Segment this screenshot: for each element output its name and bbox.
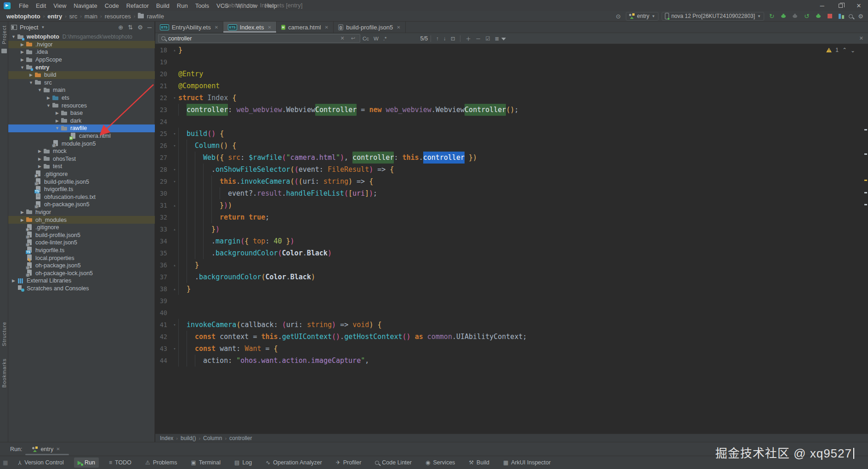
tree-row-resources[interactable]: ▼resources (8, 102, 155, 109)
tab-camera-html[interactable]: Hcamera.html✕ (277, 22, 334, 33)
close-tab-icon[interactable]: ✕ (397, 25, 400, 30)
breadcrumb-item-entry[interactable]: entry (46, 13, 63, 20)
chevron-right-icon[interactable]: ▶ (36, 164, 43, 169)
chevron-right-icon[interactable]: ▶ (19, 57, 26, 62)
newline-icon[interactable]: ↩ (349, 35, 357, 41)
tool-stripe-structure[interactable]: Structure (1, 322, 7, 346)
breadcrumb-item-src[interactable]: src (68, 13, 78, 20)
tool-button-services[interactable]: ◉Services (422, 458, 459, 468)
stop-button[interactable] (828, 14, 832, 18)
tree-row-hvigorfile-ts[interactable]: TShvigorfile.ts (8, 186, 155, 193)
project-panel-title[interactable]: Project (20, 24, 38, 31)
tree-row-main[interactable]: ▼main (8, 86, 155, 94)
minimize-button[interactable]: ─ (813, 0, 831, 11)
project-stripe-icon[interactable] (1, 49, 7, 53)
search-toggle-cc[interactable]: Cc (360, 36, 371, 41)
editor-breadcrumb-build[interactable]: build() (181, 435, 196, 441)
menu-item-file[interactable]: File (15, 1, 32, 11)
tree-row-gitignore[interactable]: ⊘.gitignore (8, 224, 155, 232)
chevron-right-icon[interactable]: ▶ (45, 96, 52, 100)
sort-icon[interactable]: ≣ (493, 35, 502, 42)
tree-row-base[interactable]: ▶base (8, 109, 155, 117)
close-icon[interactable]: ✕ (56, 446, 60, 452)
clear-search-icon[interactable]: ✕ (339, 35, 346, 41)
tree-row-external-libraries[interactable]: ▶External Libraries (8, 277, 155, 285)
tree-row-hvigorfile-ts[interactable]: TShvigorfile.ts (8, 247, 155, 254)
chevron-right-icon[interactable]: ▶ (19, 50, 26, 54)
editor-breadcrumb-index[interactable]: Index (160, 435, 173, 441)
tool-button-run[interactable]: ▶Run (74, 458, 99, 468)
hide-panel-icon[interactable]: ─ (148, 24, 152, 31)
run-config-selector[interactable]: entry ▼ (626, 12, 658, 21)
search-input[interactable]: controller (168, 35, 336, 42)
chevron-down-icon[interactable]: ▼ (54, 126, 61, 130)
tool-button-terminal[interactable]: ▣Terminal (187, 458, 224, 468)
tool-stripe-project[interactable]: Project (1, 25, 7, 44)
collapse-all-icon[interactable]: ⇅ (128, 24, 133, 31)
settings-gear-icon[interactable]: ⚙ (856, 13, 865, 20)
fold-down-icon[interactable]: ▾ (171, 164, 178, 175)
search-everywhere-icon[interactable] (849, 14, 853, 18)
tree-row-rawfile[interactable]: ▼rawfile (8, 124, 155, 132)
menu-item-edit[interactable]: Edit (32, 1, 50, 11)
run-tab-entry[interactable]: entry ✕ (29, 445, 62, 454)
fold-down-icon[interactable]: ▾ (171, 175, 178, 187)
tree-row-mock[interactable]: ▶mock (8, 147, 155, 155)
chevron-down-icon[interactable]: ▼ (19, 65, 26, 70)
tree-row-local-properties[interactable]: local.properties (8, 254, 155, 262)
tree-row-gitignore[interactable]: ⊘.gitignore (8, 170, 155, 178)
tree-row-scratches-and-consoles[interactable]: Scratches and Consoles (8, 285, 155, 293)
chevron-right-icon[interactable]: ▶ (36, 149, 43, 153)
tree-row-entry[interactable]: ▼entry (8, 63, 155, 71)
chevron-right-icon[interactable]: ▶ (10, 278, 17, 283)
sync-button[interactable]: ↺ (802, 12, 811, 20)
tree-row-build[interactable]: ▶build (8, 71, 155, 79)
tool-button-problems[interactable]: ⚠Problems (142, 458, 181, 468)
tool-button-arkui-inspector[interactable]: ▦ArkUI Inspector (499, 458, 554, 468)
tab-build-profile-json5[interactable]: {}build-profile.json5✕ (334, 22, 406, 33)
locate-file-icon[interactable]: ⊕ (118, 24, 123, 31)
target-icon[interactable]: ⊙ (613, 13, 623, 20)
remove-selection-icon[interactable]: － (473, 35, 483, 42)
fold-up-icon[interactable]: ▴ (171, 223, 178, 235)
chevron-down-icon[interactable]: ▼ (10, 34, 17, 39)
tool-button-profiler[interactable]: ✈Profiler (332, 458, 365, 468)
tree-row-oh-package-json5[interactable]: @oh-package.json5 (8, 262, 155, 270)
chevron-right-icon[interactable]: ▶ (19, 210, 26, 215)
close-tab-icon[interactable]: ✕ (267, 25, 271, 30)
close-tab-icon[interactable]: ✕ (324, 25, 328, 30)
search-field[interactable]: controller ✕ ↩ (158, 34, 360, 43)
tree-row-dark[interactable]: ▶dark (8, 117, 155, 125)
fold-up-icon[interactable]: ▴ (171, 283, 178, 295)
fold-down-icon[interactable]: ▾ (171, 92, 178, 104)
tree-row-build-profile-json5[interactable]: @build-profile.json5 (8, 231, 155, 239)
fold-up-icon[interactable]: ▴ (171, 259, 178, 271)
tool-button-version-control[interactable]: YVersion Control (14, 458, 67, 468)
tree-row-hvigor[interactable]: ▶hvigor (8, 209, 155, 216)
fold-down-icon[interactable]: ▾ (171, 140, 178, 152)
tool-button-operation-analyzer[interactable]: ∿Operation Analyzer (262, 458, 325, 468)
tab-index-ets[interactable]: ETSIndex.ets✕ (223, 22, 277, 33)
select-all-occurrences-icon[interactable]: ⊡ (448, 35, 458, 42)
chevron-right-icon[interactable]: ▶ (36, 157, 43, 161)
error-stripe[interactable] (863, 44, 868, 434)
search-toggle-w[interactable]: W (371, 36, 381, 41)
close-search-icon[interactable]: ✕ (859, 35, 863, 41)
menu-item-tools[interactable]: Tools (192, 1, 213, 11)
fold-down-icon[interactable]: ▾ (171, 128, 178, 140)
chevron-right-icon[interactable]: ▶ (19, 42, 26, 47)
tree-row-oh-modules[interactable]: ▶oh_modules (8, 216, 155, 224)
editor-breadcrumb-controller[interactable]: controller (229, 435, 252, 441)
tool-button-todo[interactable]: ≡TODO (105, 458, 135, 468)
window-bars-icon[interactable]: ▦ (3, 459, 8, 466)
attach-debugger-button[interactable] (816, 15, 821, 18)
fold-up-icon[interactable]: ▴ (171, 44, 178, 56)
tree-row-build-profile-json5[interactable]: @build-profile.json5 (8, 178, 155, 186)
tree-row-idea[interactable]: ▶.idea (8, 48, 155, 56)
tab-entryability-ets[interactable]: ETSEntryAbility.ets✕ (155, 22, 223, 33)
menu-item-navigate[interactable]: Navigate (70, 1, 101, 11)
fold-down-icon[interactable]: ▾ (171, 319, 178, 331)
tool-button-code-linter[interactable]: Code Linter (371, 458, 415, 468)
tree-row-code-linter-json5[interactable]: @code-linter.json5 (8, 239, 155, 247)
tool-button-build[interactable]: ⚒Build (465, 458, 493, 468)
